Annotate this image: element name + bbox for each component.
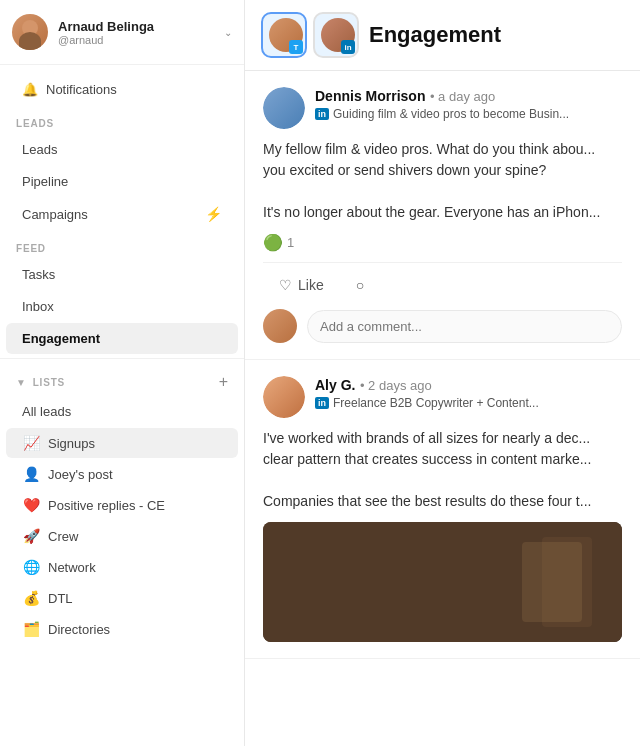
feed: Dennis Morrison • a day ago in Guiding f…: [245, 71, 640, 746]
profile-pic-twitter[interactable]: T: [261, 12, 307, 58]
post-author-aly: Aly G.: [315, 377, 355, 393]
post-body-line3: It's no longer about the gear. Everyone …: [263, 202, 622, 223]
comment-area-dennis: [263, 309, 622, 343]
nav-item-notifications[interactable]: 🔔 Notifications: [6, 74, 238, 105]
nav-item-all-leads[interactable]: All leads: [6, 396, 238, 427]
nav-item-inbox[interactable]: Inbox: [6, 291, 238, 322]
nav-item-leads[interactable]: Leads: [6, 134, 238, 165]
list-item-network[interactable]: 🌐 Network: [6, 552, 238, 582]
joeys-post-label: Joey's post: [48, 467, 183, 482]
notifications-label: Notifications: [46, 82, 117, 97]
post-subtitle-dennis: in Guiding film & video pros to become B…: [315, 107, 622, 121]
directories-label: Directories: [48, 622, 222, 637]
post-author-dennis: Dennis Morrison: [315, 88, 425, 104]
positive-replies-label: Positive replies - CE: [48, 498, 222, 513]
lists-section-header: ▼ LISTS +: [0, 363, 244, 395]
post-time-aly: • 2 days ago: [360, 378, 432, 393]
add-list-button[interactable]: +: [219, 373, 228, 391]
all-leads-label: All leads: [22, 404, 71, 419]
pipeline-label: Pipeline: [22, 174, 68, 189]
post-body-line2: you excited or send shivers down your sp…: [263, 160, 622, 181]
inbox-label: Inbox: [22, 299, 54, 314]
crew-icon: 🚀: [22, 528, 40, 544]
directories-icon: 🗂️: [22, 621, 40, 637]
post-body-aly-line2: clear pattern that creates success in co…: [263, 449, 622, 470]
engagement-label: Engagement: [22, 331, 100, 346]
lists-section-label: ▼ LISTS: [16, 377, 65, 388]
profile-pic-linkedin[interactable]: in: [313, 12, 359, 58]
lists-label: LISTS: [33, 377, 65, 388]
post-image-aly: [263, 522, 622, 642]
chevron-down-icon[interactable]: ⌄: [224, 27, 232, 38]
dtl-icon: 💰: [22, 590, 40, 606]
leads-section-label: LEADS: [0, 106, 244, 133]
post-avatar-dennis: [263, 87, 305, 129]
post-subtitle-text: Guiding film & video pros to become Busi…: [333, 107, 569, 121]
post-body-aly: I've worked with brands of all sizes for…: [263, 428, 622, 512]
main-header: T in Engagement: [245, 0, 640, 71]
linkedin-post2-badge: in: [315, 397, 329, 409]
leads-label: Leads: [22, 142, 57, 157]
page-title: Engagement: [369, 22, 501, 48]
comment-button[interactable]: ○: [340, 271, 380, 299]
lightning-icon: ⚡: [205, 206, 222, 222]
nav-item-tasks[interactable]: Tasks: [6, 259, 238, 290]
post-time-dennis: • a day ago: [430, 89, 495, 104]
post-header-aly: Aly G. • 2 days ago in Freelance B2B Cop…: [263, 376, 622, 418]
comment-input[interactable]: [307, 310, 622, 343]
user-profile[interactable]: Arnaud Belinga @arnaud: [12, 14, 154, 50]
reaction-count: 1: [287, 235, 294, 250]
profile-picture-buttons: T in: [261, 12, 359, 58]
tasks-label: Tasks: [22, 267, 55, 282]
network-icon: 🌐: [22, 559, 40, 575]
post-body-dennis: My fellow film & video pros. What do you…: [263, 139, 622, 223]
post-reaction-dennis: 🟢 1: [263, 233, 622, 252]
like-label: Like: [298, 277, 324, 293]
heart-icon: ♡: [279, 277, 292, 293]
dtl-label: DTL: [48, 591, 222, 606]
reaction-emoji: 🟢: [263, 233, 283, 252]
list-item-joeys-post[interactable]: 👤 Joey's post ⠿ ⋮: [6, 459, 238, 489]
linkedin-post-badge: in: [315, 108, 329, 120]
avatar: [12, 14, 48, 50]
post-meta-dennis: Dennis Morrison • a day ago in Guiding f…: [315, 87, 622, 121]
post-subtitle-text-aly: Freelance B2B Copywriter + Content...: [333, 396, 539, 410]
campaigns-label: Campaigns: [22, 207, 88, 222]
joeys-post-icon: 👤: [22, 466, 40, 482]
sidebar-navigation: 🔔 Notifications LEADS Leads Pipeline Cam…: [0, 65, 244, 746]
signups-label: Signups: [48, 436, 222, 451]
network-label: Network: [48, 560, 222, 575]
list-item-positive-replies[interactable]: ❤️ Positive replies - CE: [6, 490, 238, 520]
comment-avatar: [263, 309, 297, 343]
bell-icon: 🔔: [22, 82, 38, 97]
campaigns-row: Campaigns ⚡: [22, 206, 222, 222]
user-handle: @arnaud: [58, 34, 154, 46]
nav-item-campaigns[interactable]: Campaigns ⚡: [6, 198, 238, 230]
list-item-crew[interactable]: 🚀 Crew: [6, 521, 238, 551]
post-body-line1: My fellow film & video pros. What do you…: [263, 139, 622, 160]
nav-item-pipeline[interactable]: Pipeline: [6, 166, 238, 197]
linkedin-badge: in: [341, 40, 355, 54]
signups-icon: 📈: [22, 435, 40, 451]
twitter-badge: T: [289, 40, 303, 54]
post-body-aly-line3: Companies that see the best results do t…: [263, 491, 622, 512]
like-button[interactable]: ♡ Like: [263, 271, 340, 299]
user-info: Arnaud Belinga @arnaud: [58, 19, 154, 46]
sidebar: Arnaud Belinga @arnaud ⌄ 🔔 Notifications…: [0, 0, 245, 746]
list-item-dtl[interactable]: 💰 DTL: [6, 583, 238, 613]
feed-section-label: FEED: [0, 231, 244, 258]
post-subtitle-aly: in Freelance B2B Copywriter + Content...: [315, 396, 622, 410]
divider: [0, 358, 244, 359]
post-body-aly-line1: I've worked with brands of all sizes for…: [263, 428, 622, 449]
positive-replies-icon: ❤️: [22, 497, 40, 513]
lists-toggle-icon[interactable]: ▼: [16, 377, 27, 388]
post-avatar-aly: [263, 376, 305, 418]
list-item-directories[interactable]: 🗂️ Directories: [6, 614, 238, 644]
main-content: T in Engagement Dennis Morrison: [245, 0, 640, 746]
nav-item-engagement[interactable]: Engagement: [6, 323, 238, 354]
post-card-aly: Aly G. • 2 days ago in Freelance B2B Cop…: [245, 360, 640, 659]
list-item-signups[interactable]: 📈 Signups: [6, 428, 238, 458]
post-card-dennis: Dennis Morrison • a day ago in Guiding f…: [245, 71, 640, 360]
post-meta-aly: Aly G. • 2 days ago in Freelance B2B Cop…: [315, 376, 622, 410]
post-actions-dennis: ♡ Like ○: [263, 262, 622, 299]
